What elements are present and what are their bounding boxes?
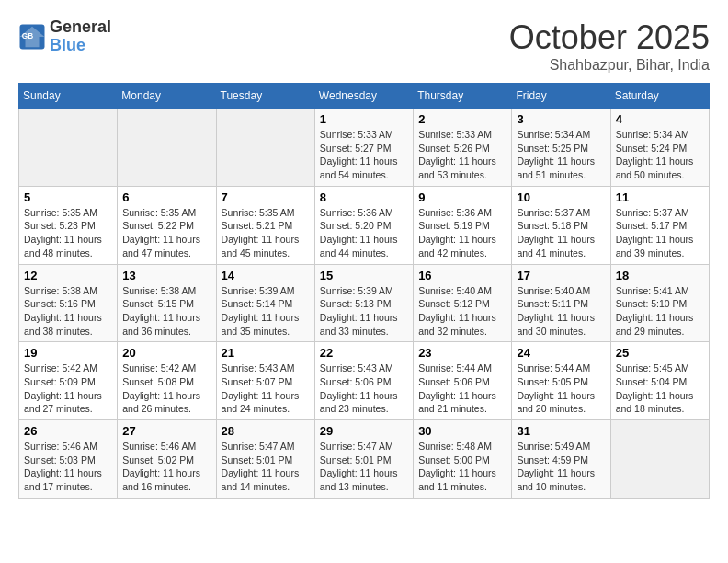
page-header: GB General Blue October 2025 Shahbazpur,…	[18, 18, 710, 74]
day-number: 15	[320, 269, 408, 282]
calendar-cell: 26Sunrise: 5:46 AMSunset: 5:03 PMDayligh…	[19, 420, 118, 499]
svg-text:GB: GB	[22, 31, 33, 40]
day-info: Sunrise: 5:38 AMSunset: 5:15 PMDaylight:…	[122, 284, 210, 339]
calendar-cell: 20Sunrise: 5:42 AMSunset: 5:08 PMDayligh…	[118, 342, 216, 420]
day-info: Sunrise: 5:46 AMSunset: 5:03 PMDaylight:…	[24, 440, 112, 494]
day-info: Sunrise: 5:46 AMSunset: 5:02 PMDaylight:…	[122, 440, 210, 494]
day-number: 17	[517, 269, 605, 282]
day-info: Sunrise: 5:38 AMSunset: 5:16 PMDaylight:…	[24, 284, 112, 339]
day-number: 10	[517, 190, 605, 204]
day-number: 20	[122, 346, 210, 360]
calendar-cell: 15Sunrise: 5:39 AMSunset: 5:13 PMDayligh…	[314, 264, 413, 342]
day-info: Sunrise: 5:42 AMSunset: 5:08 PMDaylight:…	[122, 362, 210, 416]
day-info: Sunrise: 5:48 AMSunset: 5:00 PMDaylight:…	[418, 440, 506, 494]
day-info: Sunrise: 5:47 AMSunset: 5:01 PMDaylight:…	[320, 440, 408, 494]
calendar-cell: 10Sunrise: 5:37 AMSunset: 5:18 PMDayligh…	[512, 186, 610, 264]
day-number: 28	[222, 424, 310, 438]
day-number: 25	[616, 346, 704, 360]
calendar-cell: 29Sunrise: 5:47 AMSunset: 5:01 PMDayligh…	[314, 420, 413, 499]
calendar-cell: 2Sunrise: 5:33 AMSunset: 5:26 PMDaylight…	[414, 109, 512, 187]
weekday-header-friday: Friday	[512, 84, 610, 109]
calendar-cell: 6Sunrise: 5:35 AMSunset: 5:22 PMDaylight…	[118, 186, 216, 264]
day-number: 4	[616, 112, 704, 126]
calendar-cell: 1Sunrise: 5:33 AMSunset: 5:27 PMDaylight…	[314, 109, 413, 187]
calendar-cell: 23Sunrise: 5:44 AMSunset: 5:06 PMDayligh…	[414, 342, 512, 420]
location-subtitle: Shahbazpur, Bihar, India	[509, 57, 710, 74]
weekday-header-tuesday: Tuesday	[216, 84, 314, 109]
day-info: Sunrise: 5:33 AMSunset: 5:26 PMDaylight:…	[418, 128, 506, 182]
month-title: October 2025	[509, 18, 710, 57]
calendar-cell: 4Sunrise: 5:34 AMSunset: 5:24 PMDaylight…	[610, 109, 709, 187]
day-info: Sunrise: 5:49 AMSunset: 4:59 PMDaylight:…	[517, 440, 605, 494]
calendar-week-row: 1Sunrise: 5:33 AMSunset: 5:27 PMDaylight…	[19, 109, 710, 187]
calendar-cell: 24Sunrise: 5:44 AMSunset: 5:05 PMDayligh…	[512, 342, 610, 420]
day-number: 9	[418, 190, 506, 204]
calendar-week-row: 19Sunrise: 5:42 AMSunset: 5:09 PMDayligh…	[19, 342, 710, 420]
calendar-cell: 12Sunrise: 5:38 AMSunset: 5:16 PMDayligh…	[19, 264, 118, 342]
day-info: Sunrise: 5:37 AMSunset: 5:17 PMDaylight:…	[616, 206, 704, 260]
logo-icon: GB	[18, 23, 46, 51]
day-info: Sunrise: 5:41 AMSunset: 5:10 PMDaylight:…	[616, 284, 704, 339]
calendar-cell	[610, 420, 709, 499]
day-number: 26	[24, 424, 112, 438]
calendar-cell	[19, 109, 118, 187]
day-info: Sunrise: 5:45 AMSunset: 5:04 PMDaylight:…	[616, 362, 704, 416]
day-info: Sunrise: 5:42 AMSunset: 5:09 PMDaylight:…	[24, 362, 112, 416]
day-number: 18	[616, 269, 704, 282]
calendar-week-row: 26Sunrise: 5:46 AMSunset: 5:03 PMDayligh…	[19, 420, 710, 499]
calendar-cell: 18Sunrise: 5:41 AMSunset: 5:10 PMDayligh…	[610, 264, 709, 342]
logo: GB General Blue	[18, 18, 111, 55]
day-number: 19	[24, 346, 112, 360]
calendar-body: 1Sunrise: 5:33 AMSunset: 5:27 PMDaylight…	[19, 109, 710, 499]
calendar-cell: 31Sunrise: 5:49 AMSunset: 4:59 PMDayligh…	[512, 420, 610, 499]
calendar-cell: 5Sunrise: 5:35 AMSunset: 5:23 PMDaylight…	[19, 186, 118, 264]
calendar-cell: 22Sunrise: 5:43 AMSunset: 5:06 PMDayligh…	[314, 342, 413, 420]
day-info: Sunrise: 5:40 AMSunset: 5:12 PMDaylight:…	[418, 284, 506, 339]
day-info: Sunrise: 5:35 AMSunset: 5:22 PMDaylight:…	[122, 206, 210, 260]
calendar-cell: 16Sunrise: 5:40 AMSunset: 5:12 PMDayligh…	[414, 264, 512, 342]
calendar-cell: 7Sunrise: 5:35 AMSunset: 5:21 PMDaylight…	[216, 186, 314, 264]
calendar-cell: 21Sunrise: 5:43 AMSunset: 5:07 PMDayligh…	[216, 342, 314, 420]
calendar-week-row: 5Sunrise: 5:35 AMSunset: 5:23 PMDaylight…	[19, 186, 710, 264]
day-number: 24	[517, 346, 605, 360]
day-number: 27	[122, 424, 210, 438]
calendar-cell: 13Sunrise: 5:38 AMSunset: 5:15 PMDayligh…	[118, 264, 216, 342]
calendar-cell: 9Sunrise: 5:36 AMSunset: 5:19 PMDaylight…	[414, 186, 512, 264]
weekday-header-sunday: Sunday	[19, 84, 118, 109]
day-info: Sunrise: 5:34 AMSunset: 5:25 PMDaylight:…	[517, 128, 605, 182]
logo-text: General Blue	[50, 18, 111, 55]
weekday-header-wednesday: Wednesday	[314, 84, 413, 109]
day-number: 1	[320, 112, 408, 126]
title-block: October 2025 Shahbazpur, Bihar, India	[509, 18, 710, 74]
day-info: Sunrise: 5:35 AMSunset: 5:21 PMDaylight:…	[222, 206, 310, 260]
day-number: 21	[222, 346, 310, 360]
day-info: Sunrise: 5:37 AMSunset: 5:18 PMDaylight:…	[517, 206, 605, 260]
day-number: 7	[222, 190, 310, 204]
day-number: 23	[418, 346, 506, 360]
day-info: Sunrise: 5:33 AMSunset: 5:27 PMDaylight:…	[320, 128, 408, 182]
day-info: Sunrise: 5:44 AMSunset: 5:05 PMDaylight:…	[517, 362, 605, 416]
day-info: Sunrise: 5:35 AMSunset: 5:23 PMDaylight:…	[24, 206, 112, 260]
calendar-week-row: 12Sunrise: 5:38 AMSunset: 5:16 PMDayligh…	[19, 264, 710, 342]
day-info: Sunrise: 5:40 AMSunset: 5:11 PMDaylight:…	[517, 284, 605, 339]
day-number: 29	[320, 424, 408, 438]
day-info: Sunrise: 5:43 AMSunset: 5:07 PMDaylight:…	[222, 362, 310, 416]
logo-line1: General	[50, 18, 111, 37]
day-number: 3	[517, 112, 605, 126]
calendar-cell: 17Sunrise: 5:40 AMSunset: 5:11 PMDayligh…	[512, 264, 610, 342]
weekday-header-thursday: Thursday	[414, 84, 512, 109]
weekday-header-row: SundayMondayTuesdayWednesdayThursdayFrid…	[19, 84, 710, 109]
weekday-header-saturday: Saturday	[610, 84, 709, 109]
calendar-cell: 11Sunrise: 5:37 AMSunset: 5:17 PMDayligh…	[610, 186, 709, 264]
day-info: Sunrise: 5:34 AMSunset: 5:24 PMDaylight:…	[616, 128, 704, 182]
day-number: 22	[320, 346, 408, 360]
day-number: 14	[222, 269, 310, 282]
calendar-cell	[118, 109, 216, 187]
day-number: 12	[24, 269, 112, 282]
calendar-cell: 27Sunrise: 5:46 AMSunset: 5:02 PMDayligh…	[118, 420, 216, 499]
day-info: Sunrise: 5:47 AMSunset: 5:01 PMDaylight:…	[222, 440, 310, 494]
day-info: Sunrise: 5:39 AMSunset: 5:14 PMDaylight:…	[222, 284, 310, 339]
calendar-cell: 30Sunrise: 5:48 AMSunset: 5:00 PMDayligh…	[414, 420, 512, 499]
day-number: 30	[418, 424, 506, 438]
day-number: 6	[122, 190, 210, 204]
